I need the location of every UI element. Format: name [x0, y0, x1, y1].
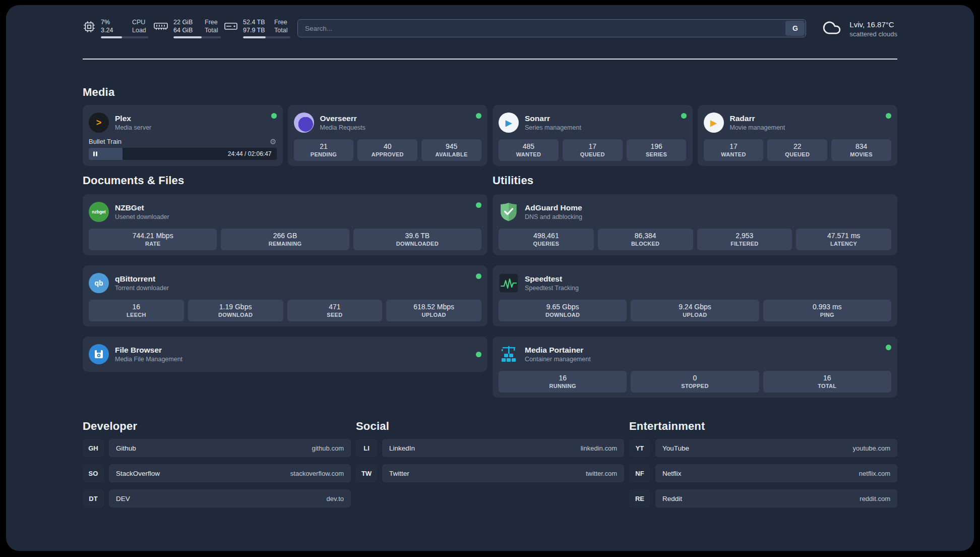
playback-progress-bar[interactable]: 24:44 / 02:06:47: [89, 148, 277, 160]
bookmark-name: YouTube: [662, 444, 689, 452]
bookmark-url: github.com: [312, 444, 344, 452]
status-online-indicator: [886, 113, 891, 119]
stat-tile: 0.993 msPING: [763, 300, 891, 321]
section-utilities: Utilities AdGuard Home DNS and adblockin…: [493, 174, 897, 398]
pause-icon[interactable]: [93, 152, 97, 156]
cpu-label-top: CPU: [132, 18, 148, 26]
bookmark-dev[interactable]: DT DEVdev.to: [83, 489, 351, 508]
stat-value: 945: [422, 142, 480, 150]
app-subtitle: Usenet downloader: [115, 213, 169, 220]
stat-tile: 945AVAILABLE: [421, 139, 481, 161]
app-card-overseerr[interactable]: Overseerr Media Requests 21PENDING 40APP…: [288, 105, 488, 166]
bookmark-abbr-badge: SO: [83, 464, 104, 482]
app-subtitle: Media server: [115, 124, 151, 131]
stat-label: WANTED: [500, 151, 558, 157]
section-media: Media > Plex Media server Bullet Train: [83, 86, 897, 166]
app-card-nzbget[interactable]: nzbget NZBGet Usenet downloader 744.21 M…: [83, 194, 487, 255]
app-title: File Browser: [115, 346, 182, 355]
dashboard-window: 7% CPU 3.24 Load 22 GiB Free 64 GiB Tota…: [6, 5, 974, 551]
bookmark-stackoverflow[interactable]: SO StackOverflowstackoverflow.com: [83, 464, 351, 482]
dashboard-content: 7% CPU 3.24 Load 22 GiB Free 64 GiB Tota…: [6, 5, 974, 525]
disk-label-top: Free: [274, 18, 290, 26]
cpu-percent: 7%: [101, 18, 127, 26]
app-card-plex[interactable]: > Plex Media server Bullet Train ⚙: [83, 105, 283, 166]
bookmark-linkedin[interactable]: LI LinkedInlinkedin.com: [356, 439, 624, 457]
bookmark-url: netflix.com: [859, 470, 890, 477]
stat-tile: 39.6 TBDOWNLOADED: [353, 229, 481, 250]
section-heading-entertainment: Entertainment: [629, 420, 897, 433]
search-input[interactable]: [297, 19, 806, 37]
bookmarks-section: Developer GH Githubgithub.com SO StackOv…: [83, 420, 897, 525]
stat-tile: 22QUEUED: [767, 139, 827, 161]
portainer-crane-icon: [499, 344, 519, 364]
sonarr-icon: ▶: [499, 113, 519, 133]
stat-tile: 485WANTED: [499, 139, 559, 161]
filebrowser-icon: [89, 344, 109, 364]
nzbget-icon: nzbget: [89, 202, 109, 222]
app-card-sonarr[interactable]: ▶ Sonarr Series management 485WANTED 17Q…: [493, 105, 693, 166]
app-subtitle: Movie management: [730, 124, 785, 131]
cpu-progress-fill: [101, 36, 122, 38]
bookmark-name: Twitter: [389, 470, 409, 477]
stat-tile: 196SERIES: [627, 139, 687, 161]
stat-label: AVAILABLE: [422, 151, 480, 157]
stat-label: SEED: [288, 312, 382, 318]
bookmark-netflix[interactable]: NF Netflixnetflix.com: [629, 464, 897, 482]
bookmark-github[interactable]: GH Githubgithub.com: [83, 439, 351, 457]
bookmark-reddit[interactable]: RE Redditreddit.com: [629, 489, 897, 508]
topbar-divider: [83, 59, 897, 60]
stat-value: 16: [500, 374, 626, 382]
stat-value: 2,953: [698, 232, 791, 240]
disk-widget: 52.4 TB Free 97.9 TB Total: [224, 18, 294, 38]
cpu-chip-icon: [83, 20, 96, 38]
search-provider-button[interactable]: G: [785, 21, 805, 36]
app-card-qbittorrent[interactable]: qb qBittorrent Torrent downloader 16LEEC…: [83, 265, 487, 326]
gear-icon[interactable]: ⚙: [270, 138, 276, 145]
stat-value: 0.993 ms: [764, 303, 890, 311]
bookmark-abbr-badge: DT: [83, 489, 104, 508]
app-card-radarr[interactable]: ▶ Radarr Movie management 17WANTED 22QUE…: [698, 105, 898, 166]
bookmark-twitter[interactable]: TW Twittertwitter.com: [356, 464, 624, 482]
app-title: Plex: [115, 114, 151, 123]
bookmark-group-social: Social LI LinkedInlinkedin.com TW Twitte…: [356, 420, 624, 515]
stat-label: RATE: [90, 241, 216, 247]
stat-value: 9.65 Gbps: [500, 303, 626, 311]
stat-label: PING: [764, 312, 890, 318]
stat-value: 485: [500, 142, 558, 150]
stat-label: LATENCY: [797, 241, 890, 247]
stat-label: STOPPED: [632, 383, 758, 389]
app-card-filebrowser[interactable]: File Browser Media File Management: [83, 337, 487, 372]
stat-tile: 266 GBREMAINING: [221, 229, 349, 250]
stat-value: 834: [832, 142, 890, 150]
qbittorrent-icon: qb: [89, 273, 109, 293]
stat-label: UPLOAD: [632, 312, 758, 318]
weather-widget: Lviv, 16.87°C scattered clouds: [820, 18, 897, 39]
app-card-speedtest[interactable]: Speedtest Speedtest Tracking 9.65 GbpsDO…: [493, 265, 897, 326]
stat-label: REMAINING: [222, 241, 348, 247]
middle-sections: Documents & Files nzbget NZBGet Usenet d…: [83, 174, 897, 398]
status-online-indicator: [476, 202, 481, 208]
bookmark-name: LinkedIn: [389, 444, 415, 452]
stat-label: DOWNLOAD: [189, 312, 282, 318]
stat-value: 16: [764, 374, 890, 382]
stat-value: 498,461: [500, 232, 593, 240]
app-card-adguard[interactable]: AdGuard Home DNS and adblocking 498,461Q…: [493, 194, 897, 255]
bookmark-name: Reddit: [662, 495, 682, 503]
stat-tile: 21PENDING: [294, 139, 354, 161]
ram-label-bottom: Total: [205, 26, 221, 34]
status-online-indicator: [476, 113, 481, 119]
bookmark-abbr-badge: NF: [629, 464, 650, 482]
app-subtitle: Series management: [525, 124, 581, 131]
stat-label: QUEUED: [768, 151, 826, 157]
app-subtitle: Media Requests: [320, 124, 365, 131]
stat-value: 86,384: [599, 232, 692, 240]
app-title: NZBGet: [115, 203, 169, 212]
app-card-portainer[interactable]: Media Portainer Container management 16R…: [493, 337, 897, 398]
stat-label: UPLOAD: [387, 312, 480, 318]
app-title: AdGuard Home: [525, 203, 582, 212]
bookmark-youtube[interactable]: YT YouTubeyoutube.com: [629, 439, 897, 457]
cpu-load-value: 3.24: [101, 26, 127, 34]
stat-label: QUERIES: [500, 241, 593, 247]
bookmark-abbr-badge: TW: [356, 464, 377, 482]
ram-total-value: 64 GiB: [173, 26, 200, 34]
